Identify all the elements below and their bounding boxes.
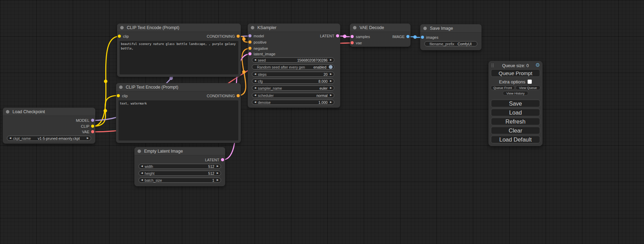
input-port-clip[interactable] [118, 35, 121, 38]
decrement-arrow-icon[interactable]: ◀ [254, 87, 256, 89]
increment-arrow-icon[interactable]: ▶ [217, 165, 219, 168]
increment-arrow-icon[interactable]: ▶ [217, 172, 219, 174]
input-port-latent-image[interactable] [248, 52, 252, 55]
view-queue-button[interactable]: View Queue [515, 85, 540, 90]
collapse-dot-icon[interactable] [353, 26, 356, 29]
widget-label: ckpt_name [13, 136, 30, 141]
widget-value: ComfyUI [458, 42, 472, 46]
comfyui-canvas[interactable]: { "colors": { "model": "#B39DDB", "clip"… [0, 0, 644, 244]
increment-arrow-icon[interactable]: ▶ [87, 137, 89, 139]
cfg-widget[interactable]: ◀ cfg 8.000 ▶ [252, 79, 334, 84]
prompt-textarea[interactable]: text, watermark [118, 100, 238, 141]
increment-arrow-icon[interactable]: ▶ [330, 80, 332, 82]
decrement-arrow-icon[interactable]: ◀ [141, 179, 143, 181]
increment-arrow-icon[interactable]: ▶ [330, 101, 332, 103]
load-button[interactable]: Load [491, 109, 540, 116]
toggle-dot-icon[interactable] [329, 65, 333, 69]
input-port-vae[interactable] [351, 41, 354, 44]
output-port-clip[interactable] [91, 125, 94, 128]
queue-front-button[interactable]: Queue Front [491, 85, 515, 90]
view-history-button[interactable]: View History [503, 91, 528, 96]
node-titlebar[interactable]: CLIP Text Encode (Prompt) [117, 24, 241, 32]
input-port-clip[interactable] [117, 94, 120, 97]
output-port-conditioning[interactable] [237, 35, 240, 38]
decrement-arrow-icon[interactable]: ◀ [254, 94, 256, 97]
extra-options-checkbox[interactable] [528, 80, 532, 84]
collapse-dot-icon[interactable] [6, 110, 9, 114]
node-clip-text-encode-positive[interactable]: CLIP Text Encode (Prompt) clip CONDITION… [117, 24, 241, 77]
link-dot [242, 37, 246, 41]
collapse-dot-icon[interactable] [138, 150, 141, 153]
node-titlebar[interactable]: Save Image [420, 24, 482, 33]
input-port-images[interactable] [421, 36, 424, 39]
decrement-arrow-icon[interactable]: ◀ [254, 80, 256, 82]
link-dot [104, 109, 107, 112]
node-titlebar[interactable]: Empty Latent Image [134, 147, 225, 155]
input-label-vae: vae [356, 41, 362, 45]
collapse-dot-icon[interactable] [251, 26, 254, 29]
output-port-conditioning[interactable] [237, 94, 240, 97]
collapse-dot-icon[interactable] [120, 26, 124, 29]
node-vae-decode[interactable]: VAE Decode samples vae IMAGE [350, 24, 411, 47]
increment-arrow-icon[interactable]: ▶ [330, 59, 332, 61]
decrement-arrow-icon[interactable]: ◀ [141, 165, 143, 168]
sampler-name-widget[interactable]: ◀ sampler_name euler ▶ [252, 85, 334, 91]
seed-widget[interactable]: ◀ seed 156680208700286 ▶ [252, 57, 334, 63]
extra-options-label: Extra options [499, 79, 526, 84]
decrement-arrow-icon[interactable]: ◀ [9, 137, 11, 139]
node-ksampler[interactable]: KSampler model positive negative latent_… [248, 24, 340, 108]
input-label-latent-image: latent_image [254, 52, 275, 56]
input-port-negative[interactable] [248, 47, 252, 50]
save-button[interactable]: Save [491, 100, 540, 107]
collapse-dot-icon[interactable] [119, 85, 123, 89]
increment-arrow-icon[interactable]: ▶ [330, 94, 332, 97]
input-label-negative: negative [254, 46, 268, 51]
clear-button[interactable]: Clear [491, 127, 540, 134]
height-widget[interactable]: ◀ height 512 ▶ [139, 171, 221, 176]
random-seed-toggle-widget[interactable]: Random seed after every gen enabled [252, 64, 334, 70]
decrement-arrow-icon[interactable]: ◀ [254, 73, 256, 75]
steps-widget[interactable]: ◀ steps 20 ▶ [252, 72, 334, 77]
input-port-positive[interactable] [248, 40, 252, 44]
node-titlebar[interactable]: CLIP Text Encode (Prompt) [116, 83, 241, 91]
widget-label: width [144, 164, 153, 169]
widget-value: 512 [208, 164, 214, 169]
node-empty-latent-image[interactable]: Empty Latent Image LATENT ◀ width 512 ▶ … [134, 147, 225, 186]
input-port-samples[interactable] [351, 35, 354, 38]
increment-arrow-icon[interactable]: ▶ [330, 87, 332, 89]
output-port-latent[interactable] [336, 34, 339, 37]
node-titlebar[interactable]: KSampler [248, 24, 340, 32]
batch-size-widget[interactable]: ◀ batch_size 1 ▶ [139, 178, 221, 183]
output-port-vae[interactable] [91, 130, 94, 133]
denoise-widget[interactable]: ◀ denoise 1.000 ▶ [252, 100, 334, 105]
input-label-clip: clip [122, 94, 128, 98]
decrement-arrow-icon[interactable]: ◀ [141, 172, 143, 174]
output-label-image: IMAGE [392, 35, 405, 39]
output-label-vae: VAE [82, 130, 89, 134]
collapse-dot-icon[interactable] [423, 27, 427, 30]
node-load-checkpoint[interactable]: Load Checkpoint MODEL CLIP VAE ◀ ckpt_na… [3, 108, 95, 144]
load-default-button[interactable]: Load Default [491, 136, 540, 143]
input-label-positive: positive [254, 40, 266, 44]
increment-arrow-icon[interactable]: ▶ [330, 73, 332, 75]
queue-prompt-button[interactable]: Queue Prompt [491, 69, 540, 77]
output-port-image[interactable] [406, 35, 409, 38]
node-clip-text-encode-negative[interactable]: CLIP Text Encode (Prompt) clip CONDITION… [116, 83, 241, 143]
output-port-model[interactable] [91, 119, 94, 122]
node-titlebar[interactable]: VAE Decode [350, 24, 411, 32]
width-widget[interactable]: ◀ width 512 ▶ [139, 164, 221, 169]
prompt-textarea[interactable]: beautiful scenery nature glass bottle la… [120, 41, 238, 74]
widget-value: 1.000 [318, 100, 327, 105]
increment-arrow-icon[interactable]: ▶ [217, 179, 219, 181]
decrement-arrow-icon[interactable]: ◀ [254, 59, 256, 61]
output-port-latent[interactable] [221, 158, 224, 161]
refresh-button[interactable]: Refresh [491, 118, 540, 125]
decrement-arrow-icon[interactable]: ◀ [254, 101, 256, 103]
ckpt-name-widget[interactable]: ◀ ckpt_name v1-5-pruned-emaonly.ckpt ▶ [7, 136, 91, 141]
node-save-image[interactable]: Save Image images filename_prefix ComfyU… [420, 24, 482, 50]
gear-icon[interactable]: ⚙ [536, 62, 540, 68]
input-port-model[interactable] [248, 34, 252, 37]
filename-prefix-widget[interactable]: filename_prefix ComfyUI [424, 41, 477, 46]
node-titlebar[interactable]: Load Checkpoint [3, 108, 95, 116]
scheduler-widget[interactable]: ◀ scheduler normal ▶ [252, 93, 334, 98]
